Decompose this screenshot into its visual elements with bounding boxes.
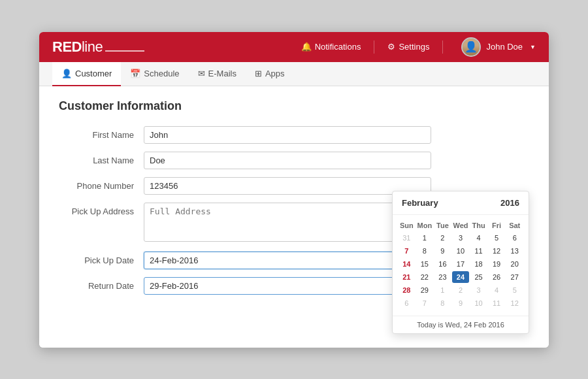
logo-red-text: RED <box>52 39 82 56</box>
cal-day[interactable]: 31 <box>398 232 416 244</box>
cal-day[interactable]: 9 <box>434 245 451 257</box>
cal-day[interactable]: 12 <box>488 245 506 257</box>
phone-input[interactable] <box>144 177 431 195</box>
cal-day[interactable]: 1 <box>416 232 434 244</box>
settings-nav-item[interactable]: ⚙ Settings <box>387 42 429 52</box>
customer-tab-icon: 👤 <box>61 69 72 78</box>
return-date-label: Return Date <box>59 277 144 291</box>
calendar-footer: Today is Wed, 24 Feb 2016 <box>393 316 529 333</box>
cal-day[interactable]: 6 <box>398 297 416 309</box>
cal-day[interactable]: 1 <box>434 284 451 296</box>
cal-day[interactable]: 28 <box>398 284 416 296</box>
cal-day[interactable]: 16 <box>434 258 451 270</box>
tab-schedule[interactable]: 📅 Schedule <box>121 62 188 86</box>
cal-day[interactable]: 27 <box>506 271 523 283</box>
pickup-address-textarea[interactable] <box>144 203 431 242</box>
logo-line-text: line <box>82 39 103 56</box>
settings-label: Settings <box>399 42 429 52</box>
cal-day[interactable]: 23 <box>434 271 451 283</box>
calendar-day-headers: Sun Mon Tue Wed Thu Fri Sat <box>398 220 523 231</box>
cal-day-selected[interactable]: 24 <box>452 271 470 283</box>
cal-day[interactable]: 10 <box>452 245 470 257</box>
cal-day[interactable]: 5 <box>506 284 523 296</box>
calendar-month: February <box>402 198 438 208</box>
last-name-input[interactable] <box>144 152 431 169</box>
top-navigation: RED line 🔔 Notifications ⚙ Settings 👤 Jo… <box>39 32 549 62</box>
tab-customer[interactable]: 👤 Customer <box>52 62 121 86</box>
cal-day[interactable]: 7 <box>416 297 434 309</box>
notifications-label: Notifications <box>315 42 361 52</box>
tab-emails[interactable]: ✉ E-Mails <box>189 62 246 86</box>
cal-day[interactable]: 11 <box>470 245 487 257</box>
first-name-label: First Name <box>59 126 144 140</box>
cal-day[interactable]: 8 <box>434 297 451 309</box>
return-date-select-wrapper: 29-Feb-2016 ▾ <box>144 277 431 295</box>
day-header-tue: Tue <box>434 220 451 231</box>
cal-day[interactable]: 2 <box>452 284 470 296</box>
nav-divider-2 <box>442 41 443 54</box>
cal-day[interactable]: 2 <box>434 232 451 244</box>
schedule-tab-icon: 📅 <box>130 69 140 78</box>
cal-day[interactable]: 5 <box>488 232 506 244</box>
cal-day[interactable]: 29 <box>416 284 434 296</box>
calendar-popup: February 2016 Sun Mon Tue Wed Thu Fri Sa… <box>392 191 529 334</box>
cal-day[interactable]: 9 <box>452 297 470 309</box>
bell-icon: 🔔 <box>301 42 312 52</box>
cal-day[interactable]: 18 <box>470 258 487 270</box>
cal-day[interactable]: 15 <box>416 258 434 270</box>
last-name-label: Last Name <box>59 152 144 165</box>
first-name-input[interactable] <box>144 126 431 144</box>
avatar: 👤 <box>461 37 481 57</box>
first-name-row: First Name <box>59 126 529 144</box>
cal-day[interactable]: 21 <box>398 271 416 283</box>
tabs-bar: 👤 Customer 📅 Schedule ✉ E-Mails ⊞ Apps <box>39 62 549 86</box>
day-header-mon: Mon <box>416 220 434 231</box>
calendar-week-3: 14 15 16 17 18 19 20 <box>398 258 523 270</box>
calendar-week-4: 21 22 23 24 25 26 27 <box>398 271 523 283</box>
cal-day[interactable]: 3 <box>470 284 487 296</box>
cal-day[interactable]: 26 <box>488 271 506 283</box>
notifications-nav-item[interactable]: 🔔 Notifications <box>301 42 361 52</box>
cal-day[interactable]: 22 <box>416 271 434 283</box>
cal-day[interactable]: 8 <box>416 245 434 257</box>
tab-emails-label: E-Mails <box>208 69 237 78</box>
calendar-grid: Sun Mon Tue Wed Thu Fri Sat 31 1 2 3 4 5… <box>393 215 529 316</box>
cal-day[interactable]: 4 <box>470 232 487 244</box>
phone-input-wrapper <box>144 177 431 195</box>
cal-day[interactable]: 17 <box>452 258 470 270</box>
cal-day[interactable]: 12 <box>506 297 523 309</box>
tab-apps-label: Apps <box>265 69 285 78</box>
cal-day[interactable]: 14 <box>398 258 416 270</box>
calendar-week-6: 6 7 8 9 10 11 12 <box>398 297 523 309</box>
cal-day[interactable]: 3 <box>452 232 470 244</box>
cal-day[interactable]: 7 <box>398 245 416 257</box>
cal-day[interactable]: 20 <box>506 258 523 270</box>
calendar-header: February 2016 <box>393 191 529 215</box>
pickup-address-label: Pick Up Address <box>59 203 144 216</box>
user-section[interactable]: 👤 John Doe ▼ <box>461 37 536 57</box>
apps-tab-icon: ⊞ <box>255 69 262 78</box>
email-tab-icon: ✉ <box>198 69 205 78</box>
tab-apps[interactable]: ⊞ Apps <box>246 62 294 86</box>
day-header-sat: Sat <box>506 220 523 231</box>
cal-day[interactable]: 10 <box>470 297 487 309</box>
content-area: Customer Information First Name Last Nam… <box>39 86 549 348</box>
calendar-week-5: 28 29 1 2 3 4 5 <box>398 284 523 296</box>
last-name-input-wrapper <box>144 152 431 169</box>
section-title: Customer Information <box>59 99 529 113</box>
user-name: John Doe <box>486 42 523 52</box>
cal-day[interactable]: 13 <box>506 245 523 257</box>
cal-day[interactable]: 6 <box>506 232 523 244</box>
return-date-select[interactable]: 29-Feb-2016 <box>144 277 431 295</box>
caret-down-icon: ▼ <box>530 44 536 50</box>
pickup-date-select[interactable]: 24-Feb-2016 <box>144 252 431 269</box>
cal-day[interactable]: 25 <box>470 271 487 283</box>
cal-day[interactable]: 11 <box>488 297 506 309</box>
day-header-wed: Wed <box>452 220 470 231</box>
today-label: Today is Wed, 24 Feb 2016 <box>417 321 504 329</box>
cal-day[interactable]: 19 <box>488 258 506 270</box>
browser-window: RED line 🔔 Notifications ⚙ Settings 👤 Jo… <box>39 32 549 348</box>
pickup-date-select-wrapper: 24-Feb-2016 ▾ <box>144 252 431 269</box>
logo-dash <box>105 50 144 52</box>
cal-day[interactable]: 4 <box>488 284 506 296</box>
